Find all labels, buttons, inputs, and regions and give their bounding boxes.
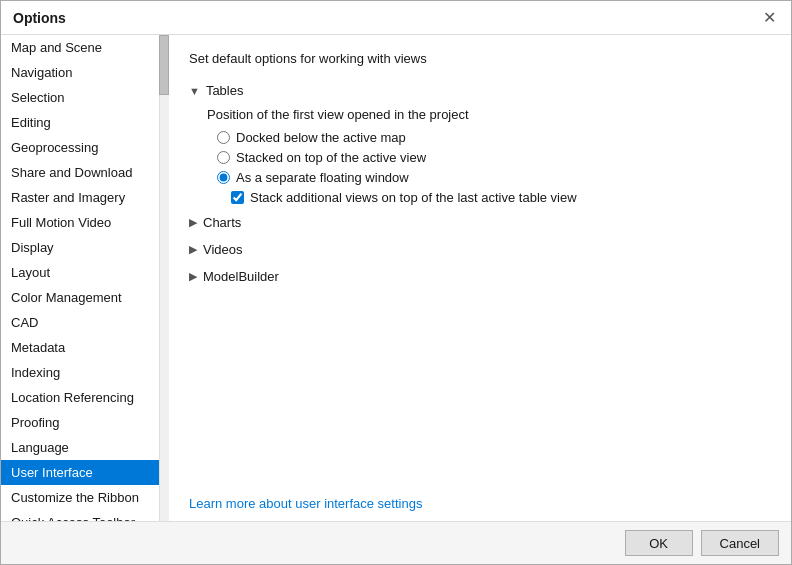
sidebar-item-location-referencing[interactable]: Location Referencing — [1, 385, 159, 410]
sidebar-item-geoprocessing[interactable]: Geoprocessing — [1, 135, 159, 160]
sidebar-item-selection[interactable]: Selection — [1, 85, 159, 110]
charts-section: ▶ Charts — [189, 211, 771, 234]
sidebar-item-full-motion-video[interactable]: Full Motion Video — [1, 210, 159, 235]
sidebar-item-cad[interactable]: CAD — [1, 310, 159, 335]
modelbuilder-section-label: ModelBuilder — [203, 269, 279, 284]
sidebar-scrollbar-thumb[interactable] — [159, 35, 169, 95]
sidebar-item-user-interface[interactable]: User Interface — [1, 460, 159, 485]
checkbox-area: Stack additional views on top of the las… — [207, 190, 771, 205]
sidebar-item-metadata[interactable]: Metadata — [1, 335, 159, 360]
radio-item-floating[interactable]: As a separate floating window — [217, 170, 771, 185]
close-button[interactable]: ✕ — [759, 8, 779, 28]
tables-sub-label: Position of the first view opened in the… — [207, 107, 771, 122]
ok-button[interactable]: OK — [625, 530, 693, 556]
main-header: Set default options for working with vie… — [189, 51, 771, 66]
tables-chevron-icon: ▼ — [189, 85, 200, 97]
learn-more-link[interactable]: Learn more about user interface settings — [189, 496, 422, 511]
radio-floating[interactable] — [217, 171, 230, 184]
tables-section: ▼ Tables Position of the first view open… — [189, 80, 771, 205]
sidebar-item-indexing[interactable]: Indexing — [1, 360, 159, 385]
cancel-button[interactable]: Cancel — [701, 530, 779, 556]
modelbuilder-section-header[interactable]: ▶ ModelBuilder — [189, 265, 771, 288]
radio-stacked[interactable] — [217, 151, 230, 164]
charts-section-header[interactable]: ▶ Charts — [189, 211, 771, 234]
dialog-footer: OK Cancel — [1, 521, 791, 564]
sidebar-item-display[interactable]: Display — [1, 235, 159, 260]
sidebar-item-map-and-scene[interactable]: Map and Scene — [1, 35, 159, 60]
sidebar-item-customize-the-ribbon[interactable]: Customize the Ribbon — [1, 485, 159, 510]
tables-section-header[interactable]: ▼ Tables — [189, 80, 771, 101]
radio-stacked-label[interactable]: Stacked on top of the active view — [236, 150, 426, 165]
dialog-body: Map and Scene Navigation Selection Editi… — [1, 35, 791, 521]
sidebar-item-color-management[interactable]: Color Management — [1, 285, 159, 310]
radio-docked[interactable] — [217, 131, 230, 144]
sidebar-item-proofing[interactable]: Proofing — [1, 410, 159, 435]
stack-views-checkbox[interactable] — [231, 191, 244, 204]
radio-docked-label[interactable]: Docked below the active map — [236, 130, 406, 145]
charts-chevron-icon: ▶ — [189, 216, 197, 229]
radio-item-stacked[interactable]: Stacked on top of the active view — [217, 150, 771, 165]
videos-section-header[interactable]: ▶ Videos — [189, 238, 771, 261]
sidebar-list: Map and Scene Navigation Selection Editi… — [1, 35, 159, 521]
tables-section-content: Position of the first view opened in the… — [189, 107, 771, 205]
dialog-title: Options — [13, 10, 66, 26]
options-dialog: Options ✕ Map and Scene Navigation Selec… — [0, 0, 792, 565]
main-content: Set default options for working with vie… — [169, 35, 791, 521]
charts-section-label: Charts — [203, 215, 241, 230]
sidebar-scrollbar-track — [159, 35, 169, 521]
radio-floating-label[interactable]: As a separate floating window — [236, 170, 409, 185]
sidebar-item-language[interactable]: Language — [1, 435, 159, 460]
sidebar-item-navigation[interactable]: Navigation — [1, 60, 159, 85]
tables-section-label: Tables — [206, 83, 244, 98]
sidebar-item-editing[interactable]: Editing — [1, 110, 159, 135]
videos-chevron-icon: ▶ — [189, 243, 197, 256]
sidebar-item-raster-and-imagery[interactable]: Raster and Imagery — [1, 185, 159, 210]
modelbuilder-section: ▶ ModelBuilder — [189, 265, 771, 288]
title-bar: Options ✕ — [1, 1, 791, 35]
modelbuilder-chevron-icon: ▶ — [189, 270, 197, 283]
sidebar-item-share-and-download[interactable]: Share and Download — [1, 160, 159, 185]
radio-item-docked[interactable]: Docked below the active map — [217, 130, 771, 145]
sidebar-item-quick-access-toolbar[interactable]: Quick Access Toolbar — [1, 510, 159, 521]
radio-group: Docked below the active map Stacked on t… — [207, 130, 771, 185]
footer-link-area: Learn more about user interface settings — [189, 488, 771, 511]
stack-views-label[interactable]: Stack additional views on top of the las… — [250, 190, 577, 205]
videos-section-label: Videos — [203, 242, 243, 257]
sidebar: Map and Scene Navigation Selection Editi… — [1, 35, 169, 521]
sidebar-item-layout[interactable]: Layout — [1, 260, 159, 285]
videos-section: ▶ Videos — [189, 238, 771, 261]
